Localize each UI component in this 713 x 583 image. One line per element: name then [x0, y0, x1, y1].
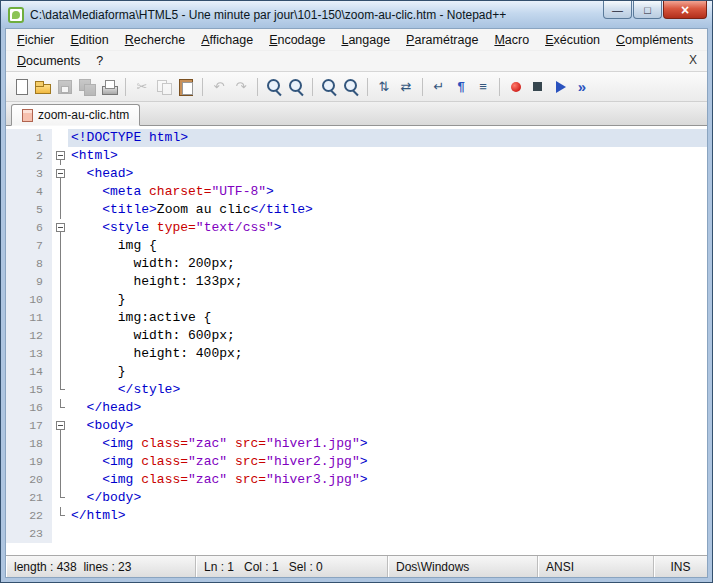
line-number[interactable]: 12	[6, 327, 52, 345]
sync-v-scroll-icon[interactable]: ⇅	[374, 77, 394, 97]
code-line[interactable]: img {	[68, 237, 707, 255]
code-line[interactable]: <img class="zac" src="hiver1.jpg">	[68, 435, 707, 453]
menu-item-langage[interactable]: Langage	[333, 31, 398, 49]
line-number[interactable]: 20	[6, 471, 52, 489]
code-line[interactable]: <style type="text/css">	[68, 219, 707, 237]
line-number[interactable]: 11	[6, 309, 52, 327]
close-button[interactable]: ×	[663, 1, 707, 19]
fold-collapse-marker[interactable]	[56, 151, 65, 160]
indent-guide-icon[interactable]: ≡	[473, 77, 493, 97]
code-line[interactable]: <meta charset="UTF-8">	[68, 183, 707, 201]
fold-collapse-marker[interactable]	[56, 169, 65, 178]
menu-item-execution[interactable]: Exécution	[537, 31, 608, 49]
code-line[interactable]: <img class="zac" src="hiver2.jpg">	[68, 453, 707, 471]
fold-collapse-marker[interactable]	[56, 223, 65, 232]
code-line[interactable]: <body>	[68, 417, 707, 435]
line-number[interactable]: 3	[6, 165, 52, 183]
line-number[interactable]: 22	[6, 507, 52, 525]
word-wrap-icon[interactable]: ↵	[429, 77, 449, 97]
code-line[interactable]: </style>	[68, 381, 707, 399]
tab-zoom-au-clic[interactable]: zoom-au-clic.htm	[11, 104, 140, 126]
run-macro-multiple-icon[interactable]: »	[572, 77, 592, 97]
line-number[interactable]: 16	[6, 399, 52, 417]
record-icon[interactable]	[506, 77, 526, 97]
code-line[interactable]: <head>	[68, 165, 707, 183]
line-number[interactable]: 14	[6, 363, 52, 381]
code-line[interactable]: <html>	[68, 147, 707, 165]
code-token: }	[71, 364, 126, 379]
line-number[interactable]: 18	[6, 435, 52, 453]
line-number[interactable]: 6	[6, 219, 52, 237]
code-line[interactable]: </body>	[68, 489, 707, 507]
zoom-out-icon[interactable]: −	[341, 77, 361, 97]
redo-icon[interactable]: ↷	[231, 77, 251, 97]
save-icon[interactable]	[55, 77, 75, 97]
menu-item-edition[interactable]: Edition	[63, 31, 117, 49]
menu-close-button[interactable]: X	[689, 53, 697, 67]
menu-item-encodage[interactable]: Encodage	[261, 31, 333, 49]
menu-item-help[interactable]: ?	[88, 52, 111, 70]
line-number[interactable]: 10	[6, 291, 52, 309]
menu-item-macro[interactable]: Macro	[486, 31, 537, 49]
line-number[interactable]: 7	[6, 237, 52, 255]
replace-icon[interactable]: ab	[286, 77, 306, 97]
fold-connector	[60, 273, 61, 291]
menu-item-documents[interactable]: Documents	[9, 52, 88, 70]
maximize-button[interactable]: □	[633, 1, 662, 19]
print-icon[interactable]	[99, 77, 119, 97]
code-token: </body>	[87, 490, 142, 505]
new-file-icon[interactable]	[11, 77, 31, 97]
title-bar[interactable]: C:\data\Mediaforma\HTML5 - Une minute pa…	[1, 1, 712, 28]
code-line[interactable]: <title>Zoom au clic</title>	[68, 201, 707, 219]
fold-margin[interactable]	[52, 219, 68, 237]
line-number[interactable]: 8	[6, 255, 52, 273]
fold-margin[interactable]	[52, 165, 68, 183]
play-icon[interactable]	[550, 77, 570, 97]
line-number[interactable]: 21	[6, 489, 52, 507]
line-number[interactable]: 1	[6, 129, 52, 147]
line-number[interactable]: 15	[6, 381, 52, 399]
line-number[interactable]: 9	[6, 273, 52, 291]
code-line[interactable]: }	[68, 291, 707, 309]
line-number[interactable]: 5	[6, 201, 52, 219]
code-line[interactable]	[68, 525, 707, 543]
menu-item-fichier[interactable]: Fichier	[9, 31, 63, 49]
find-icon[interactable]	[264, 77, 284, 97]
line-number[interactable]: 2	[6, 147, 52, 165]
line-number[interactable]: 17	[6, 417, 52, 435]
code-line[interactable]: </html>	[68, 507, 707, 525]
code-line[interactable]: img:active {	[68, 309, 707, 327]
menu-item-parametrage[interactable]: Paramétrage	[398, 31, 486, 49]
fold-margin[interactable]	[52, 147, 68, 165]
cut-icon[interactable]: ✂	[132, 77, 152, 97]
stop-icon[interactable]	[528, 77, 548, 97]
fold-margin[interactable]	[52, 417, 68, 435]
line-number[interactable]: 13	[6, 345, 52, 363]
line-number[interactable]: 19	[6, 453, 52, 471]
menu-item-complements[interactable]: Compléments	[608, 31, 701, 49]
save-all-icon[interactable]	[77, 77, 97, 97]
show-all-chars-icon[interactable]: ¶	[451, 77, 471, 97]
minimize-button[interactable]: —	[603, 1, 632, 19]
menu-item-recherche[interactable]: Recherche	[117, 31, 193, 49]
code-editor[interactable]: 1<!DOCTYPE html>2<html>3 <head>4 <meta c…	[6, 126, 707, 555]
fold-collapse-marker[interactable]	[56, 421, 65, 430]
code-line[interactable]: height: 133px;	[68, 273, 707, 291]
copy-icon[interactable]	[154, 77, 174, 97]
open-icon[interactable]	[33, 77, 53, 97]
zoom-in-icon[interactable]: +	[319, 77, 339, 97]
code-line[interactable]: width: 600px;	[68, 327, 707, 345]
undo-icon[interactable]: ↶	[209, 77, 229, 97]
code-line[interactable]: }	[68, 363, 707, 381]
paste-icon[interactable]	[176, 77, 196, 97]
menu-item-affichage[interactable]: Affichage	[193, 31, 261, 49]
code-line[interactable]: <!DOCTYPE html>	[68, 129, 707, 147]
sync-h-scroll-icon[interactable]: ⇄	[396, 77, 416, 97]
code-line[interactable]: height: 400px;	[68, 345, 707, 363]
code-line[interactable]: </head>	[68, 399, 707, 417]
notepadpp-app-icon[interactable]	[8, 7, 24, 23]
code-line[interactable]: width: 200px;	[68, 255, 707, 273]
code-line[interactable]: <img class="zac" src="hiver3.jpg">	[68, 471, 707, 489]
line-number[interactable]: 4	[6, 183, 52, 201]
line-number[interactable]: 23	[6, 525, 52, 543]
